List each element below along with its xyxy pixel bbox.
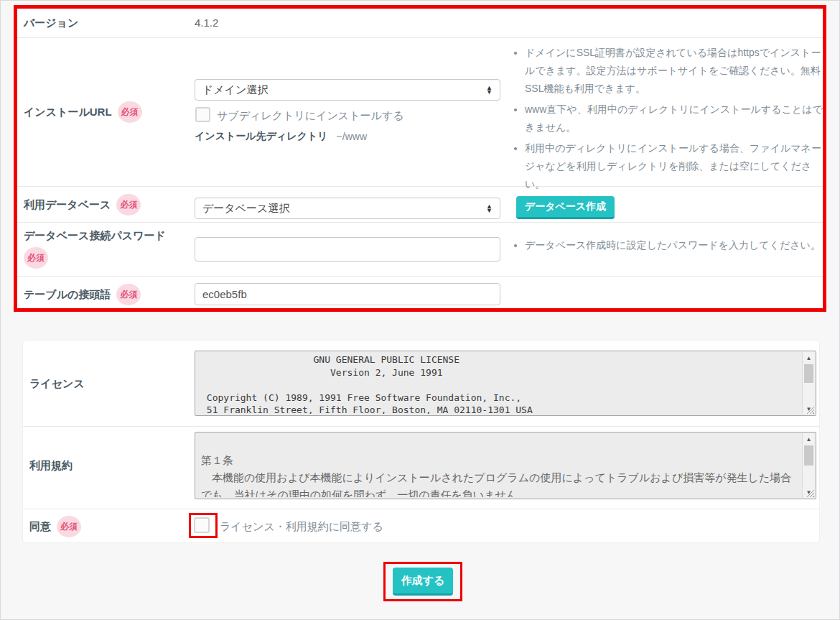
install-url-notes: ドメインにSSL証明書が設定されている場合はhttpsでインストールできます。設… xyxy=(513,44,829,196)
db-password-label: データベース接続パスワード xyxy=(24,229,166,243)
divider xyxy=(23,509,819,509)
database-label-row: 利用データベース 必須 xyxy=(24,194,141,216)
terms-label: 利用規約 xyxy=(29,459,73,473)
create-submit-button[interactable]: 作成する xyxy=(393,568,453,596)
agree-label-row: 同意 必須 xyxy=(29,516,81,537)
domain-select-value: ドメイン選択 xyxy=(202,83,268,97)
scrollbar-thumb[interactable] xyxy=(804,364,813,383)
terms-textarea[interactable]: 第１条 本機能の使用および本機能によりインストールされたプログラムの使用によって… xyxy=(195,432,816,499)
install-dir-row: インストール先ディレクトリ ~/www xyxy=(195,130,367,143)
install-dir-label: インストール先ディレクトリ xyxy=(195,130,328,143)
required-badge: 必須 xyxy=(116,194,141,216)
table-prefix-input[interactable] xyxy=(195,283,500,305)
required-badge: 必須 xyxy=(24,247,48,269)
required-badge: 必須 xyxy=(116,284,141,305)
db-password-label-block: データベース接続パスワード 必須 xyxy=(24,229,166,269)
terms-text: 第１条 本機能の使用および本機能によりインストールされたプログラムの使用によって… xyxy=(201,435,798,497)
database-label: 利用データベース xyxy=(24,198,111,212)
note-item: データベース作成時に設定したパスワードを入力してください。 xyxy=(525,236,829,254)
terms-scrollbar[interactable]: ▲ ▼ xyxy=(802,433,815,498)
create-database-button[interactable]: データベース作成 xyxy=(516,196,615,219)
version-value: 4.1.2 xyxy=(195,17,218,29)
table-prefix-label-row: テーブルの接頭語 必須 xyxy=(24,284,141,305)
install-dir-value: ~/www xyxy=(337,131,367,142)
subdir-checkbox[interactable] xyxy=(195,107,210,122)
divider xyxy=(17,276,823,277)
divider xyxy=(23,426,819,427)
divider xyxy=(17,222,823,223)
subdir-checkbox-label: サブディレクトリにインストールする xyxy=(217,109,404,123)
required-badge: 必須 xyxy=(118,101,142,123)
agree-checkbox-label: ライセンス・利用規約に同意する xyxy=(220,520,383,534)
license-textarea[interactable]: GNU GENERAL PUBLIC LICENSE Version 2, Ju… xyxy=(195,351,816,416)
license-scrollbar[interactable]: ▲ ▼ xyxy=(802,352,815,415)
scroll-up-icon[interactable]: ▲ xyxy=(803,352,815,364)
scroll-up-icon[interactable]: ▲ xyxy=(803,433,815,445)
domain-select[interactable]: ドメイン選択 ▲▼ xyxy=(195,79,500,101)
scrollbar-thumb[interactable] xyxy=(804,445,813,466)
install-url-label: インストールURL xyxy=(24,106,112,119)
select-updown-icon: ▲▼ xyxy=(486,204,493,213)
note-item: ドメインにSSL証明書が設定されている場合はhttpsでインストールできます。設… xyxy=(525,44,829,98)
license-text: GNU GENERAL PUBLIC LICENSE Version 2, Ju… xyxy=(201,353,798,414)
install-url-label-row: インストールURL 必須 xyxy=(24,101,142,123)
table-prefix-label: テーブルの接頭語 xyxy=(24,288,111,302)
required-badge: 必須 xyxy=(57,516,81,537)
select-updown-icon: ▲▼ xyxy=(486,85,493,94)
note-item: www直下や、利用中のディレクトリにインストールすることはできません。 xyxy=(525,101,829,137)
db-password-input[interactable] xyxy=(195,237,500,262)
agree-checkbox[interactable] xyxy=(194,517,210,533)
divider xyxy=(17,37,823,38)
license-label: ライセンス xyxy=(29,377,85,391)
version-label: バージョン xyxy=(24,17,78,30)
database-select-value: データベース選択 xyxy=(202,202,289,216)
agree-label: 同意 xyxy=(29,520,51,534)
install-form-page: バージョン 4.1.2 インストールURL 必須 ドメイン選択 ▲▼ サブディレ… xyxy=(0,0,840,620)
note-item: 利用中のディレクトリにインストールする場合、ファイルマネージャなどを利用しディレ… xyxy=(525,139,829,193)
db-password-notes: データベース作成時に設定したパスワードを入力してください。 xyxy=(513,236,829,257)
database-select[interactable]: データベース選択 ▲▼ xyxy=(195,198,500,219)
